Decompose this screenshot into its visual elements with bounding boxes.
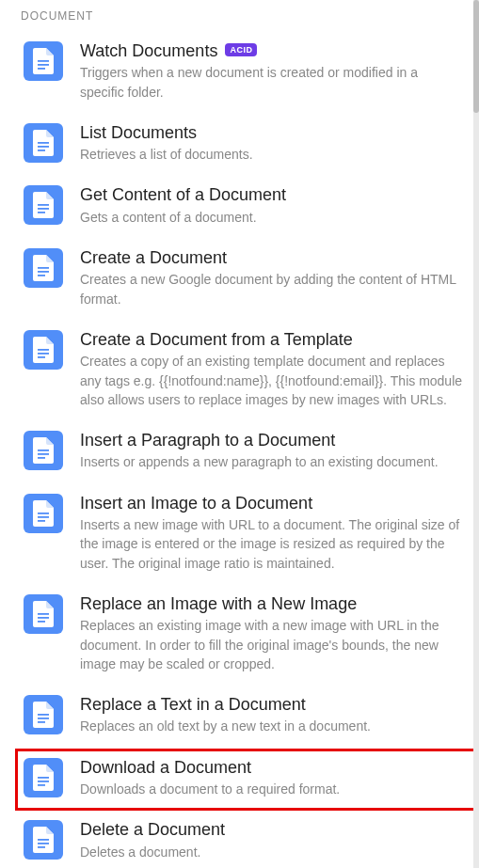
action-item-insert-image[interactable]: Insert an Image to a Document Inserts a … [15, 484, 479, 585]
item-desc: Deletes a document. [80, 843, 463, 861]
item-title: Create a Document from a Template [80, 328, 463, 351]
google-docs-icon [24, 330, 63, 370]
action-item-create-document[interactable]: Create a Document Creates a new Google d… [15, 239, 479, 321]
item-title: Download a Document [80, 756, 463, 779]
action-item-replace-image[interactable]: Replace an Image with a New Image Replac… [15, 585, 479, 686]
action-item-get-content[interactable]: Get Content of a Document Gets a content… [15, 176, 479, 239]
item-desc: Replaces an old text by a new text in a … [80, 717, 463, 735]
svg-rect-11 [38, 275, 45, 276]
scrollbar-thumb[interactable] [473, 0, 479, 113]
item-desc: Gets a content of a document. [80, 208, 463, 227]
svg-rect-17 [38, 457, 45, 459]
google-docs-icon [24, 758, 63, 797]
svg-rect-6 [38, 204, 49, 206]
item-desc: Downloads a document to a required forma… [80, 780, 463, 798]
svg-rect-28 [38, 781, 49, 782]
google-docs-icon [24, 820, 63, 860]
item-title: Get Content of a Document [80, 183, 463, 206]
svg-rect-23 [38, 621, 45, 623]
google-docs-icon [24, 41, 63, 81]
acid-badge: ACID [225, 43, 257, 56]
svg-rect-7 [38, 208, 49, 210]
svg-rect-29 [38, 784, 45, 786]
google-docs-icon [24, 248, 63, 288]
svg-rect-10 [38, 271, 49, 273]
action-item-watch-documents[interactable]: Watch Documents ACID Triggers when a new… [15, 32, 479, 114]
svg-rect-9 [38, 267, 49, 269]
svg-rect-8 [38, 212, 45, 213]
item-desc: Triggers when a new document is created … [80, 63, 463, 102]
svg-rect-24 [38, 714, 49, 716]
google-docs-icon [24, 431, 63, 470]
svg-rect-27 [38, 777, 49, 779]
item-title: Watch Documents [80, 39, 217, 62]
action-item-download-document[interactable]: Download a Document Downloads a document… [15, 749, 479, 812]
svg-rect-5 [38, 150, 45, 151]
svg-rect-14 [38, 356, 45, 358]
svg-rect-16 [38, 453, 49, 455]
google-docs-icon [24, 185, 63, 225]
item-title: Replace an Image with a New Image [80, 592, 463, 615]
svg-rect-13 [38, 353, 49, 355]
svg-rect-22 [38, 617, 49, 619]
svg-rect-25 [38, 718, 49, 719]
item-title: Create a Document [80, 246, 463, 269]
scrollbar-track[interactable] [473, 0, 479, 868]
svg-rect-21 [38, 613, 49, 615]
svg-rect-20 [38, 520, 45, 522]
svg-rect-4 [38, 146, 49, 148]
item-desc: Replaces an existing image with a new im… [80, 616, 463, 673]
svg-rect-0 [38, 60, 49, 62]
action-item-list-documents[interactable]: List Documents Retrieves a list of docum… [15, 114, 479, 177]
svg-rect-26 [38, 721, 45, 723]
svg-rect-3 [38, 142, 49, 144]
action-item-insert-paragraph[interactable]: Insert a Paragraph to a Document Inserts… [15, 421, 479, 484]
svg-rect-2 [38, 68, 45, 70]
item-desc: Inserts a new image with URL to a docume… [80, 515, 463, 573]
google-docs-icon [24, 494, 63, 533]
item-desc: Retrieves a list of documents. [80, 145, 463, 164]
action-item-create-from-template[interactable]: Create a Document from a Template Create… [15, 321, 479, 421]
item-desc: Creates a new Google document by adding … [80, 270, 463, 308]
google-docs-icon [24, 594, 63, 634]
item-title: Insert a Paragraph to a Document [80, 429, 463, 451]
svg-rect-1 [38, 64, 49, 66]
section-header-document: DOCUMENT [15, 9, 479, 23]
svg-rect-12 [38, 349, 49, 351]
item-desc: Creates a copy of an existing template d… [80, 352, 463, 409]
action-item-delete-document[interactable]: Delete a Document Deletes a document. [15, 811, 479, 868]
item-title: Insert an Image to a Document [80, 492, 463, 514]
item-desc: Inserts or appends a new paragraph to an… [80, 452, 463, 471]
item-title: List Documents [80, 121, 463, 144]
svg-rect-31 [38, 843, 49, 844]
svg-rect-19 [38, 516, 49, 518]
svg-rect-18 [38, 513, 49, 514]
item-title: Replace a Text in a Document [80, 693, 463, 716]
svg-rect-32 [38, 846, 45, 848]
item-title: Delete a Document [80, 818, 463, 841]
google-docs-icon [24, 695, 63, 734]
svg-rect-15 [38, 450, 49, 451]
google-docs-icon [24, 123, 63, 163]
svg-rect-30 [38, 839, 49, 841]
action-item-replace-text[interactable]: Replace a Text in a Document Replaces an… [15, 686, 479, 749]
